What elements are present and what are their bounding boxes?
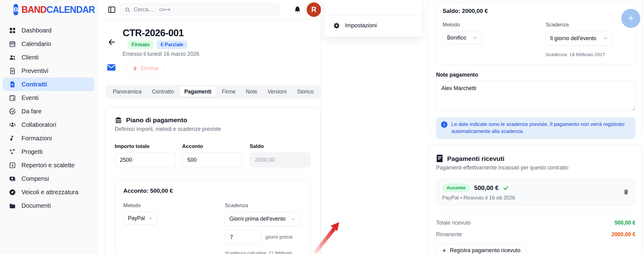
received-payments-subtitle: Pagamenti effettivamente incassati per q…: [436, 165, 635, 171]
search-placeholder: Cerca...: [134, 6, 153, 13]
music-icon: [9, 135, 16, 142]
sidebar-item-dashboard[interactable]: Dashboard: [3, 24, 94, 37]
menu-divider: [324, 0, 422, 16]
sidebar-item-label: Preventivi: [21, 67, 48, 74]
sidebar-item-compensi[interactable]: Compensi: [3, 172, 94, 185]
sidebar-item-label: Veicoli e attrezzatura: [21, 189, 79, 196]
email-icon[interactable]: [107, 64, 116, 71]
menu-item-settings[interactable]: Impostazioni: [324, 16, 422, 35]
sidebar-item-label: Eventi: [21, 94, 39, 101]
balance-due-select[interactable]: Il giorno dell'evento: [546, 31, 612, 46]
tab-pagamenti[interactable]: Pagamenti: [180, 86, 216, 97]
balance-section: Saldo: 2000,00 € Metodo Bonifico Scadenz…: [436, 2, 635, 64]
tab-versioni[interactable]: Versioni: [263, 86, 291, 97]
remaining-value: 2000,00 €: [611, 231, 635, 238]
register-payment-button[interactable]: + Registra pagamento ricevuto: [436, 244, 527, 254]
deposit-due-label: Scadenza: [225, 203, 302, 209]
deposit-due-select[interactable]: Giorni prima dell'evento: [225, 212, 300, 226]
sidebar-item-label: Documenti: [21, 202, 51, 209]
info-banner-text: Le date indicate sono le scadenze previs…: [451, 121, 631, 135]
tab-note[interactable]: Note: [241, 86, 262, 97]
tab-storico[interactable]: Storico: [293, 86, 318, 97]
plus-icon: +: [442, 247, 446, 254]
total-received-value: 500,00 €: [615, 220, 635, 226]
topbar: Cerca... Ctrl+K R: [98, 0, 321, 19]
deposit-method-select[interactable]: PayPal: [123, 212, 157, 225]
totals-divider: [436, 214, 635, 214]
user-avatar[interactable]: R: [307, 2, 321, 17]
payment-notes-textarea[interactable]: Alex Marchetti: [436, 81, 635, 111]
banknote-icon: [9, 175, 16, 182]
total-amount-label: Importo totale: [115, 143, 176, 150]
receipt-icon: [436, 155, 443, 162]
sidebar-item-veicoli-e-attrezzatura[interactable]: Veicoli e attrezzatura: [3, 185, 94, 199]
sidebar-item-clienti[interactable]: Clienti: [3, 51, 94, 64]
issued-date: Emesso il lunedì 16 marzo 2026: [123, 51, 199, 57]
notifications-bell-icon[interactable]: [294, 6, 301, 13]
balance-due-date: Scadenza: 18 febbraio 2027: [546, 52, 612, 57]
sidebar-item-progetti[interactable]: Progetti: [3, 145, 94, 158]
chevron-down-icon: [148, 216, 153, 221]
sidebar-item-formazioni[interactable]: Formazioni: [3, 131, 94, 145]
balance-input: [250, 153, 311, 167]
received-payments-card: Pagamenti ricevuti Pagamenti effettivame…: [428, 144, 642, 254]
sidebar-nav: Dashboard Calendario Clienti Preventivi …: [0, 19, 97, 212]
balance-method-select[interactable]: Bonifico: [443, 31, 482, 44]
deposit-method-label: Metodo: [123, 203, 225, 209]
sidebar-item-label: Progetti: [21, 148, 43, 155]
tab-contratto[interactable]: Contratto: [147, 86, 178, 97]
compass-icon: [9, 189, 16, 196]
deposit-input[interactable]: [182, 153, 243, 167]
sidebar-item-da-fare[interactable]: Da fare: [3, 104, 94, 118]
delete-payment-icon[interactable]: [623, 189, 629, 196]
sidebar-item-collaboratori[interactable]: Collaboratori: [3, 118, 94, 131]
sidebar-item-preventivi[interactable]: Preventivi: [3, 64, 94, 78]
received-payments-title: Pagamenti ricevuti: [447, 155, 504, 162]
tab-panoramica[interactable]: Panoramica: [108, 86, 146, 97]
brand-logo-icon: B: [13, 4, 18, 15]
sidebar-item-calendario[interactable]: Calendario: [3, 37, 94, 51]
folder-icon: [9, 202, 16, 209]
sidebar-toggle-icon[interactable]: [108, 6, 116, 14]
content-right-border: [321, 0, 321, 254]
deposit-label: Acconto: [182, 143, 243, 150]
back-button[interactable]: [108, 38, 116, 46]
payment-notes-label: Note pagamento: [436, 72, 635, 78]
remaining-label: Rimanente: [436, 231, 462, 238]
sidebar: B BANDCALENDAR Dashboard Calendario Clie…: [0, 0, 98, 254]
payment-plan-right-card: Saldo: 2000,00 € Metodo Bonifico Scadenz…: [428, 0, 642, 134]
sidebar-item-contratti[interactable]: Contratti: [3, 78, 94, 91]
status-badge-signed: Firmato: [128, 40, 154, 49]
info-icon: i: [441, 121, 447, 128]
balance-label: Saldo: [250, 143, 311, 150]
sidebar-item-repertori-e-scalette[interactable]: Repertori e scalette: [3, 158, 94, 172]
payment-amount: 500,00 €: [474, 184, 499, 191]
plan-divider: [115, 173, 311, 173]
users-icon: [9, 54, 16, 61]
contract-tabs: PanoramicaContrattoPagamentiFirmeNoteVer…: [106, 85, 321, 98]
brand-logo[interactable]: B BANDCALENDAR: [0, 0, 97, 19]
total-amount-input[interactable]: [115, 153, 176, 167]
dots-icon: [9, 148, 16, 155]
chevron-down-icon: [291, 217, 295, 221]
days-before-input[interactable]: [225, 230, 261, 244]
search-input[interactable]: Cerca... Ctrl+K: [120, 4, 280, 16]
payment-meta: PayPal • Ricevuto il 16 ott 2026: [442, 195, 515, 201]
sidebar-item-eventi[interactable]: Eventi: [3, 91, 94, 104]
sidebar-item-documenti[interactable]: Documenti: [3, 199, 94, 212]
search-icon: [125, 7, 130, 13]
floating-add-button[interactable]: +: [621, 9, 640, 28]
file-text-icon: [9, 67, 16, 74]
check-circle-icon: [9, 108, 16, 115]
calendar-icon: [9, 40, 16, 47]
payment-plan-subtitle: Definisci importi, metodi e scadenze pre…: [115, 126, 311, 132]
delete-button[interactable]: Elimina: [127, 63, 164, 74]
calendar-event-icon: [9, 94, 16, 101]
sidebar-item-label: Contratti: [21, 81, 47, 88]
brand-logo-text: BANDCALENDAR: [21, 4, 95, 15]
plus-icon: +: [628, 13, 634, 24]
tab-firme[interactable]: Firme: [217, 86, 240, 97]
status-badge-partial: € Parziale: [157, 40, 187, 49]
sidebar-item-label: Clienti: [21, 54, 39, 61]
info-banner: i Le date indicate sono le scadenze prev…: [436, 117, 635, 139]
